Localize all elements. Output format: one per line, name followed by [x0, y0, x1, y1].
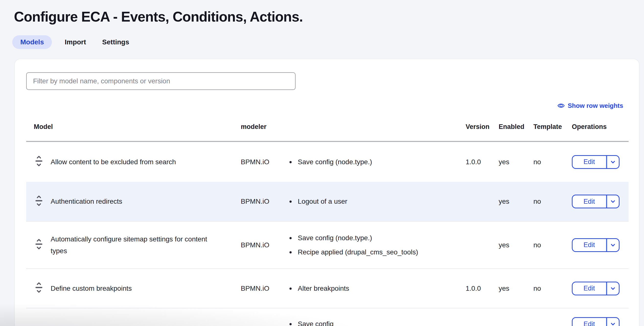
event-item: Save config	[286, 319, 466, 326]
template-value: no	[534, 198, 572, 205]
page-title: Configure ECA - Events, Conditions, Acti…	[14, 8, 644, 25]
edit-button[interactable]: Edit	[572, 282, 606, 295]
column-header-operations: Operations	[572, 123, 628, 131]
event-item: Save config (node.type.)	[286, 157, 466, 168]
model-events-list: Save config (node.type.)	[286, 157, 466, 168]
model-name: Automatically configure sitemap settings…	[51, 233, 241, 257]
operations-toggle-button[interactable]	[607, 318, 619, 326]
table-row: Allow content to be excluded from search…	[26, 142, 628, 182]
operations-toggle-button[interactable]	[607, 239, 619, 251]
table-header-row: Model modeler Version Enabled Template O…	[26, 112, 628, 142]
event-item: Save config (node.type.)	[286, 233, 466, 243]
edit-button[interactable]: Edit	[572, 195, 606, 208]
primary-tabs: Models Import Settings	[12, 35, 644, 49]
drag-handle-icon[interactable]	[34, 238, 43, 250]
chevron-down-icon	[610, 199, 616, 204]
model-name: Allow content to be excluded from search	[51, 156, 241, 168]
model-events-list: Save config (node.type.) Recipe applied …	[286, 233, 466, 258]
drag-handle-icon[interactable]	[34, 195, 43, 207]
table-row: Save config Edit	[26, 308, 628, 326]
version-value: 1.0.0	[466, 158, 499, 166]
modeler-value: BPMN.iO	[241, 285, 286, 292]
table-row: Define custom breakpoints BPMN.iO Alter …	[26, 268, 628, 308]
operations-dropbutton: Edit	[572, 282, 620, 295]
show-row-weights-label: Show row weights	[568, 102, 623, 110]
enabled-value: yes	[499, 198, 534, 205]
drag-handle-icon[interactable]	[34, 155, 43, 167]
model-events-list: Save config	[286, 319, 466, 326]
modeler-value: BPMN.iO	[241, 241, 286, 249]
table-row: Authentication redirects BPMN.iO Logout …	[26, 182, 628, 221]
model-name: Authentication redirects	[51, 196, 241, 207]
eye-icon	[558, 102, 565, 109]
model-events-list: Logout of a user	[286, 196, 466, 207]
model-events-list: Alter breakpoints	[286, 283, 466, 294]
enabled-value: yes	[499, 285, 534, 292]
edit-button[interactable]: Edit	[572, 318, 606, 326]
show-row-weights-link[interactable]: Show row weights	[26, 101, 623, 110]
models-table: Model modeler Version Enabled Template O…	[26, 112, 628, 326]
event-item: Recipe applied (drupal_cms_seo_tools)	[286, 247, 466, 258]
table-row: Automatically configure sitemap settings…	[26, 221, 628, 268]
edit-button[interactable]: Edit	[572, 156, 606, 168]
enabled-value: yes	[499, 241, 534, 249]
models-panel: Show row weights Model modeler Version E…	[14, 59, 639, 326]
template-value: no	[534, 285, 572, 292]
operations-dropbutton: Edit	[572, 155, 620, 169]
edit-button[interactable]: Edit	[572, 239, 606, 251]
operations-dropbutton: Edit	[572, 317, 620, 326]
filter-input[interactable]	[26, 72, 296, 90]
chevron-down-icon	[610, 321, 616, 326]
column-header-modeler: modeler	[241, 123, 286, 131]
modeler-value: BPMN.iO	[241, 158, 286, 166]
template-value: no	[534, 241, 572, 249]
drag-handle-icon[interactable]	[34, 281, 43, 294]
column-header-version: Version	[466, 123, 499, 131]
modeler-value: BPMN.iO	[241, 198, 286, 205]
template-value: no	[534, 158, 572, 166]
tab-settings[interactable]: Settings	[99, 35, 132, 49]
column-header-model: Model	[26, 123, 241, 131]
chevron-down-icon	[610, 242, 616, 248]
model-name: Define custom breakpoints	[51, 283, 241, 294]
chevron-down-icon	[610, 159, 616, 165]
column-header-template: Template	[534, 123, 572, 131]
operations-toggle-button[interactable]	[607, 195, 619, 208]
column-header-enabled: Enabled	[499, 123, 534, 131]
tab-models[interactable]: Models	[12, 35, 52, 49]
event-item: Logout of a user	[286, 196, 466, 207]
tab-import[interactable]: Import	[61, 35, 89, 49]
event-item: Alter breakpoints	[286, 283, 466, 294]
operations-dropbutton: Edit	[572, 238, 620, 252]
version-value: 1.0.0	[466, 285, 499, 292]
chevron-down-icon	[610, 285, 616, 291]
operations-toggle-button[interactable]	[607, 282, 619, 295]
operations-dropbutton: Edit	[572, 195, 620, 208]
enabled-value: yes	[499, 158, 534, 166]
operations-toggle-button[interactable]	[607, 156, 619, 168]
